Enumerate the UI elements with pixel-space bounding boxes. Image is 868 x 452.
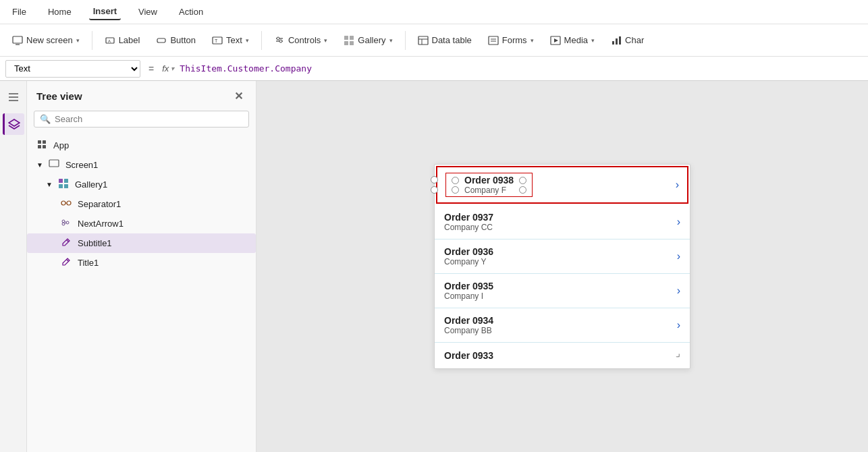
screen1-chevron: ▼ — [36, 161, 43, 169]
svg-line-47 — [67, 240, 69, 242]
toolbar: New screen ▾ A Label Button T Text ▾ Con… — [0, 24, 868, 57]
main-content: Tree view ✕ 🔍 App ▼ Screen1 — [0, 81, 868, 452]
tree-item-subtitle1[interactable]: Subtitle1 — [27, 233, 256, 253]
gallery-row-936[interactable]: Order 0936 Company Y › — [435, 239, 690, 274]
tree-item-nextarrow1[interactable]: NextArrow1 — [27, 214, 256, 233]
new-screen-chevron: ▾ — [76, 37, 80, 44]
tree-item-gallery1-label: Gallery1 — [75, 179, 107, 190]
tree-item-screen1-label: Screen1 — [65, 160, 98, 170]
row-938-subtitle: Company F — [464, 186, 514, 195]
handle-bottom — [431, 186, 438, 194]
formula-equals: = — [146, 63, 157, 74]
media-chevron: ▾ — [591, 37, 595, 44]
tree-close-btn[interactable]: ✕ — [230, 88, 246, 104]
row-935-title: Order 0935 — [444, 281, 677, 291]
tree-item-app-label: App — [53, 140, 69, 150]
tree-title: Tree view — [36, 90, 82, 102]
label-button[interactable]: A Label — [98, 32, 147, 49]
row-938-title: Order 0938 — [464, 175, 514, 186]
button-icon — [156, 35, 167, 46]
svg-rect-11 — [344, 36, 348, 40]
search-icon: 🔍 — [40, 114, 51, 124]
gallery-row-937[interactable]: Order 0937 Company CC › — [435, 205, 690, 239]
svg-rect-31 — [43, 140, 46, 144]
controls-chevron: ▾ — [324, 37, 327, 44]
chart-btn-label: Char — [625, 35, 644, 45]
svg-rect-14 — [350, 41, 354, 45]
svg-rect-35 — [59, 179, 63, 183]
button-button[interactable]: Button — [149, 32, 202, 49]
menu-insert[interactable]: Insert — [89, 3, 121, 20]
gallery-widget: Order 0938 Company F › Order 0937 Comp — [434, 164, 690, 369]
divider-1 — [92, 31, 92, 50]
chart-button[interactable]: Char — [604, 32, 651, 49]
svg-rect-15 — [418, 36, 428, 45]
nextarrow1-icon — [61, 217, 72, 230]
svg-point-9 — [277, 37, 279, 40]
row-934-title: Order 0934 — [444, 315, 677, 326]
layers-icon — [8, 118, 20, 130]
tree-item-separator1[interactable]: Separator1 — [27, 194, 256, 214]
gallery-icon — [344, 35, 354, 46]
gallery-row-937-content: Order 0937 Company CC — [444, 212, 677, 232]
menu-action[interactable]: Action — [175, 4, 207, 20]
gallery-button[interactable]: Gallery ▾ — [337, 32, 399, 49]
svg-point-43 — [62, 223, 65, 225]
text-button[interactable]: T Text ▾ — [205, 32, 256, 49]
menu-home[interactable]: Home — [44, 4, 76, 20]
svg-rect-37 — [59, 184, 63, 188]
menu-file[interactable]: File — [8, 4, 30, 20]
row-937-arrow: › — [677, 216, 680, 228]
tree-item-app[interactable]: App — [27, 136, 256, 155]
svg-rect-36 — [64, 179, 68, 183]
menu-bar: File Home Insert View Action — [0, 0, 868, 24]
forms-btn-label: Forms — [502, 35, 527, 45]
divider-3 — [405, 31, 406, 50]
tree-item-screen1[interactable]: ▼ Screen1 — [27, 155, 256, 175]
svg-point-40 — [67, 201, 71, 205]
layers-btn[interactable] — [3, 113, 24, 135]
row-938-arrow: › — [676, 179, 679, 191]
svg-line-46 — [65, 223, 66, 224]
tree-item-separator1-label: Separator1 — [78, 199, 121, 209]
gallery1-chevron: ▼ — [46, 181, 53, 188]
gallery-row-938-content: Order 0938 Company F — [445, 173, 676, 197]
svg-rect-23 — [612, 41, 614, 45]
handle-top — [431, 176, 438, 183]
svg-rect-32 — [38, 145, 41, 148]
svg-point-44 — [66, 221, 69, 224]
gallery-row-933[interactable]: Order 0933 › — [435, 343, 690, 368]
tree-search-input[interactable] — [55, 114, 243, 124]
formula-property-select[interactable]: Text — [5, 60, 140, 78]
media-button[interactable]: Media ▾ — [543, 32, 601, 49]
datatable-btn-label: Data table — [432, 35, 472, 45]
controls-btn-label: Controls — [288, 35, 321, 45]
gallery-row-935[interactable]: Order 0935 Company I › — [435, 274, 690, 308]
tree-item-gallery1[interactable]: ▼ Gallery1 — [27, 175, 256, 194]
gallery-row-938[interactable]: Order 0938 Company F › — [436, 166, 688, 204]
separator1-icon — [61, 198, 72, 210]
button-btn-label: Button — [170, 35, 196, 45]
new-screen-button[interactable]: New screen ▾ — [5, 32, 86, 49]
formula-input[interactable] — [180, 63, 863, 74]
svg-rect-30 — [38, 140, 41, 144]
tree-search-box[interactable]: 🔍 — [34, 111, 249, 128]
left-sidebar-icons — [0, 81, 27, 452]
subtitle1-edit-icon — [61, 237, 72, 250]
tree-item-title1[interactable]: Title1 — [27, 253, 256, 273]
text-chevron: ▾ — [246, 37, 249, 44]
svg-marker-22 — [554, 38, 558, 43]
row-934-subtitle: Company BB — [444, 326, 677, 335]
handle-tl — [452, 177, 459, 184]
hamburger-nav-btn[interactable] — [3, 86, 24, 108]
datatable-button[interactable]: Data table — [411, 32, 479, 49]
gallery-row-934[interactable]: Order 0934 Company BB › — [435, 308, 690, 343]
title1-edit-icon — [61, 256, 72, 269]
controls-button[interactable]: Controls ▾ — [267, 32, 334, 49]
forms-button[interactable]: Forms ▾ — [481, 32, 541, 49]
text-icon: T — [212, 35, 223, 46]
row-937-title: Order 0937 — [444, 212, 677, 223]
forms-chevron: ▾ — [531, 37, 534, 44]
controls-icon — [274, 35, 285, 46]
menu-view[interactable]: View — [134, 4, 161, 20]
